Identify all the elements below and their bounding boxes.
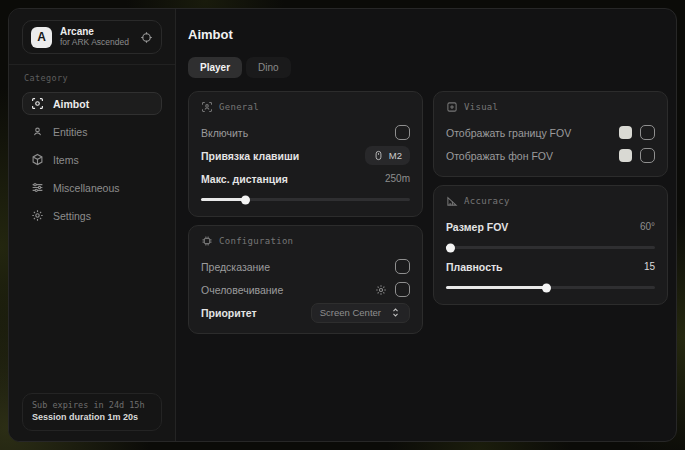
fov-background-checkbox[interactable] [640, 148, 655, 163]
entities-scan-icon [31, 125, 44, 138]
main-panel: Aimbot Player Dino [176, 9, 677, 441]
fov-size-slider[interactable] [446, 246, 655, 249]
fov-background-color-swatch[interactable] [619, 149, 632, 162]
frame-icon [446, 101, 458, 113]
prediction-label: Предсказание [201, 261, 270, 273]
fov-border-checkbox[interactable] [640, 125, 655, 140]
smoothness-slider[interactable] [446, 286, 655, 289]
fov-border-color-swatch[interactable] [619, 126, 632, 139]
sidebar-item-settings[interactable]: Settings [22, 204, 162, 227]
box-icon [31, 153, 44, 166]
fov-border-controls [619, 125, 655, 140]
chip-icon [201, 235, 213, 247]
gear-icon [31, 209, 44, 222]
prediction-checkbox[interactable] [395, 259, 410, 274]
card-title: Configuration [219, 236, 293, 246]
priority-dropdown[interactable]: Screen Center [311, 303, 410, 323]
person-focus-icon [201, 101, 213, 113]
fov-border-label: Отображать границу FOV [446, 127, 571, 139]
visual-card: Visual Отображать границу FOV Отображать… [433, 91, 668, 177]
app-subtitle: for ARK Ascended [60, 38, 129, 48]
slider-fill [446, 246, 450, 249]
max-distance-row: Макс. дистанция 250m [201, 168, 410, 189]
accuracy-card: Accuracy Размер FOV 60° Плавность [433, 185, 668, 305]
sidebar-item-label: Items [53, 154, 79, 166]
general-card-header: General [201, 101, 410, 113]
sub-expires-text: Sub expires in 24d 15h [32, 399, 152, 411]
aimbot-crosshair-icon [31, 97, 44, 110]
enable-label: Включить [201, 127, 248, 139]
priority-label: Приоритет [201, 307, 257, 319]
fov-background-label: Отображать фон FOV [446, 150, 553, 162]
smoothness-row: Плавность 15 [446, 256, 655, 277]
humanize-gear-icon[interactable] [375, 284, 387, 296]
sidebar-item-label: Aimbot [53, 98, 89, 110]
desktop-background: A Arcane for ARK Ascended Category [0, 0, 685, 450]
humanize-label: Очеловечивание [201, 284, 283, 296]
app-window: A Arcane for ARK Ascended Category [8, 8, 677, 442]
crosshair-icon[interactable] [140, 31, 153, 44]
fov-background-row: Отображать фон FOV [446, 145, 655, 166]
tab-dino[interactable]: Dino [246, 57, 291, 78]
unfold-icon [390, 307, 401, 318]
keybind-value: M2 [389, 150, 402, 161]
priority-row: Приоритет Screen Center [201, 302, 410, 323]
fov-size-label: Размер FOV [446, 221, 508, 233]
sidebar-item-aimbot[interactable]: Aimbot [22, 92, 162, 115]
max-distance-label: Макс. дистанция [201, 173, 288, 185]
keybind-button[interactable]: M2 [365, 146, 410, 165]
card-title: General [219, 102, 259, 112]
cards-grid: General Включить Привязка клавиши [188, 91, 668, 334]
session-info-card: Sub expires in 24d 15h Session duration … [22, 393, 162, 431]
visual-card-header: Visual [446, 101, 655, 113]
slider-fill [201, 198, 245, 201]
slider-thumb[interactable] [241, 195, 250, 204]
tab-player[interactable]: Player [188, 57, 242, 78]
max-distance-value: 250m [385, 173, 410, 184]
sliders-icon [31, 181, 44, 194]
sidebar-item-label: Miscellaneous [53, 182, 120, 194]
sidebar-item-label: Entities [53, 126, 87, 138]
sidebar-item-label: Settings [53, 210, 91, 222]
general-card: General Включить Привязка клавиши [188, 91, 423, 217]
humanize-row: Очеловечивание [201, 279, 410, 300]
keybind-row: Привязка клавиши M2 [201, 145, 410, 166]
slider-fill [446, 286, 546, 289]
right-column: Visual Отображать границу FOV Отображать… [433, 91, 668, 305]
max-distance-slider[interactable] [201, 198, 410, 201]
mouse-icon [373, 150, 384, 161]
session-duration-text: Session duration 1m 20s [32, 411, 152, 424]
sidebar-item-miscellaneous[interactable]: Miscellaneous [22, 176, 162, 199]
keybind-label: Привязка клавиши [201, 150, 299, 162]
enable-row: Включить [201, 122, 410, 143]
page-title: Aimbot [188, 27, 668, 42]
app-titles: Arcane for ARK Ascended [60, 26, 129, 47]
enable-checkbox[interactable] [395, 125, 410, 140]
app-logo-letter: A [37, 30, 46, 44]
sidebar-nav: Aimbot Entities It [22, 92, 162, 232]
priority-value: Screen Center [320, 307, 381, 318]
card-title: Accuracy [464, 196, 510, 206]
prediction-row: Предсказание [201, 256, 410, 277]
configuration-card-header: Configuration [201, 235, 410, 247]
sidebar-item-items[interactable]: Items [22, 148, 162, 171]
accuracy-card-header: Accuracy [446, 195, 655, 207]
fov-size-row: Размер FOV 60° [446, 216, 655, 237]
smoothness-label: Плавность [446, 261, 503, 273]
card-title: Visual [464, 102, 498, 112]
humanize-checkbox[interactable] [395, 282, 410, 297]
slider-thumb[interactable] [446, 243, 455, 252]
fov-background-controls [619, 148, 655, 163]
configuration-card: Configuration Предсказание Очеловечивани… [188, 225, 423, 334]
app-logo: A [31, 27, 52, 48]
triangle-ruler-icon [446, 195, 458, 207]
app-header: A Arcane for ARK Ascended [22, 20, 162, 54]
tab-bar: Player Dino [188, 57, 668, 78]
sidebar-item-entities[interactable]: Entities [22, 120, 162, 143]
sidebar: A Arcane for ARK Ascended Category [9, 9, 176, 441]
category-label: Category [24, 73, 160, 83]
fov-size-value: 60° [640, 221, 655, 232]
slider-thumb[interactable] [542, 283, 551, 292]
fov-border-row: Отображать границу FOV [446, 122, 655, 143]
humanize-controls [375, 282, 410, 297]
